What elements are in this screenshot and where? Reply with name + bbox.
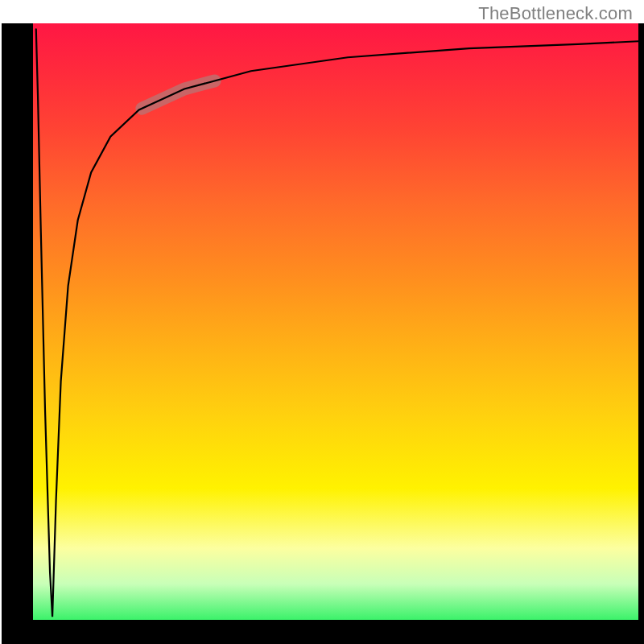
chart-frame [0, 0, 644, 644]
watermark-text: TheBottleneck.com [478, 3, 633, 24]
axis-bar-left [2, 23, 33, 620]
plot-gradient-area [33, 23, 638, 620]
axis-bar-bottom [2, 620, 644, 644]
axis-bar-right [638, 23, 644, 620]
